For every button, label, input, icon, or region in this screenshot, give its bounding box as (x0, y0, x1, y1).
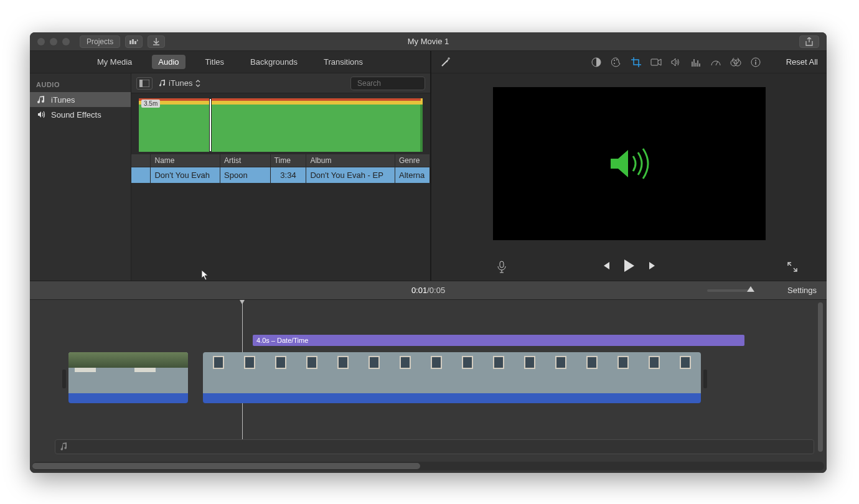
waveform-playhead[interactable] (209, 98, 212, 152)
tab-backgrounds[interactable]: Backgrounds (244, 55, 304, 69)
scrollbar-thumb[interactable] (32, 463, 420, 469)
svg-rect-16 (500, 261, 504, 268)
filters-button[interactable] (730, 57, 741, 68)
share-button[interactable] (799, 35, 819, 48)
title-overlay-clip[interactable]: 4.0s – Date/Time (253, 335, 744, 346)
svg-rect-1 (132, 39, 134, 44)
clip-thumbnail (576, 352, 608, 393)
sidebar-toggle-button[interactable] (136, 77, 153, 90)
voiceover-button[interactable] (496, 261, 507, 273)
speaker-icon (604, 145, 654, 182)
search-box[interactable] (350, 77, 425, 90)
reset-all-button[interactable]: Reset All (786, 57, 818, 67)
overlap-circles-icon (730, 58, 741, 67)
total-time: 0:05 (430, 286, 445, 295)
column-name[interactable]: Name (151, 154, 220, 167)
color-correction-button[interactable] (611, 57, 622, 68)
fullscreen-button[interactable] (787, 261, 798, 273)
clip-audio-waveform (203, 393, 701, 403)
cell-name: Don't You Evah (151, 167, 220, 184)
svg-rect-10 (651, 59, 658, 65)
expand-icon (787, 262, 797, 272)
tab-audio[interactable]: Audio (152, 55, 185, 69)
column-album[interactable]: Album (306, 154, 395, 167)
zoom-thumb[interactable] (747, 286, 754, 292)
clip-thumbnail (452, 352, 483, 393)
sidebar-item-label: Sound Effects (51, 110, 101, 119)
speed-button[interactable] (710, 57, 721, 68)
half-circle-icon (591, 57, 601, 67)
table-row[interactable]: Don't You Evah Spoon 3:34 Don't You Evah… (131, 167, 430, 184)
wand-icon (440, 57, 451, 68)
play-button[interactable] (623, 259, 636, 275)
sidebar-icon (139, 80, 149, 87)
scrollbar-thumb[interactable] (818, 302, 823, 452)
column-play[interactable] (131, 154, 151, 167)
sound-waves-icon (36, 110, 46, 119)
info-button[interactable] (750, 57, 761, 68)
tracks-table: Name Artist Time Album Genre Don't You E… (131, 154, 430, 281)
viewer-canvas[interactable] (493, 87, 766, 240)
close-window-button[interactable] (37, 38, 45, 45)
column-artist[interactable]: Artist (220, 154, 271, 167)
svg-rect-4 (139, 80, 143, 87)
projects-button[interactable]: Projects (80, 35, 120, 48)
media-browser: My Media Audio Titles Backgrounds Transi… (30, 51, 431, 281)
tab-transitions[interactable]: Transitions (317, 55, 369, 69)
stabilization-button[interactable] (650, 57, 662, 68)
background-audio-track[interactable] (55, 439, 814, 454)
clip-thumbnail (265, 352, 296, 393)
tab-my-media[interactable]: My Media (91, 55, 138, 69)
column-genre[interactable]: Genre (395, 154, 430, 167)
svg-rect-2 (134, 41, 136, 44)
clip-handle[interactable] (703, 370, 707, 388)
svg-point-9 (614, 63, 615, 64)
sidebar-item-sound-effects[interactable]: Sound Effects (30, 107, 131, 122)
import-icon (129, 38, 138, 45)
share-icon (805, 37, 813, 46)
video-clip-1[interactable] (68, 352, 188, 403)
clip-thumbnail (608, 352, 639, 393)
chevron-updown-icon (195, 80, 200, 87)
camera-icon (650, 58, 662, 67)
enhance-button[interactable] (440, 57, 451, 68)
next-frame-button[interactable] (648, 261, 658, 273)
clip-thumbnail (514, 352, 545, 393)
zoom-window-button[interactable] (62, 38, 70, 45)
clip-thumbnail (128, 352, 188, 393)
prev-frame-button[interactable] (601, 261, 611, 273)
cell-time: 3:34 (270, 167, 306, 184)
video-clip-2[interactable] (203, 352, 701, 403)
music-note-icon (159, 80, 166, 87)
palette-icon (611, 57, 621, 67)
tab-titles[interactable]: Titles (199, 55, 231, 69)
source-dropdown[interactable]: iTunes (159, 78, 200, 88)
clip-handle[interactable] (62, 370, 66, 388)
color-balance-button[interactable] (591, 57, 602, 68)
clip-thumbnail (670, 352, 701, 393)
download-button[interactable] (148, 35, 165, 48)
crop-button[interactable] (631, 57, 642, 68)
cell-genre: Alterna (395, 167, 430, 184)
audio-sidebar: AUDIO iTunes Sound Effects (30, 73, 131, 281)
audio-waveform-preview[interactable]: 3.5m (131, 93, 430, 154)
vertical-scrollbar[interactable] (815, 302, 824, 460)
clip-thumbnail (296, 352, 327, 393)
column-time[interactable]: Time (270, 154, 306, 167)
sidebar-item-itunes[interactable]: iTunes (30, 92, 131, 107)
browser-tabs: My Media Audio Titles Backgrounds Transi… (30, 51, 430, 73)
zoom-slider[interactable] (707, 289, 752, 292)
timeline[interactable]: 4.0s – Date/Time (30, 300, 827, 473)
import-media-button[interactable] (125, 35, 143, 48)
source-name: iTunes (169, 78, 193, 88)
settings-button[interactable]: Settings (787, 286, 817, 295)
skip-back-icon (601, 261, 611, 271)
clip-thumbnail (203, 352, 234, 393)
minimize-window-button[interactable] (50, 38, 57, 45)
traffic-lights (37, 38, 70, 45)
clip-thumbnail (327, 352, 359, 393)
noise-reduction-button[interactable] (690, 57, 702, 68)
volume-button[interactable] (670, 57, 682, 68)
horizontal-scrollbar[interactable] (32, 462, 824, 470)
cell-album: Don't You Evah - EP (306, 167, 395, 184)
